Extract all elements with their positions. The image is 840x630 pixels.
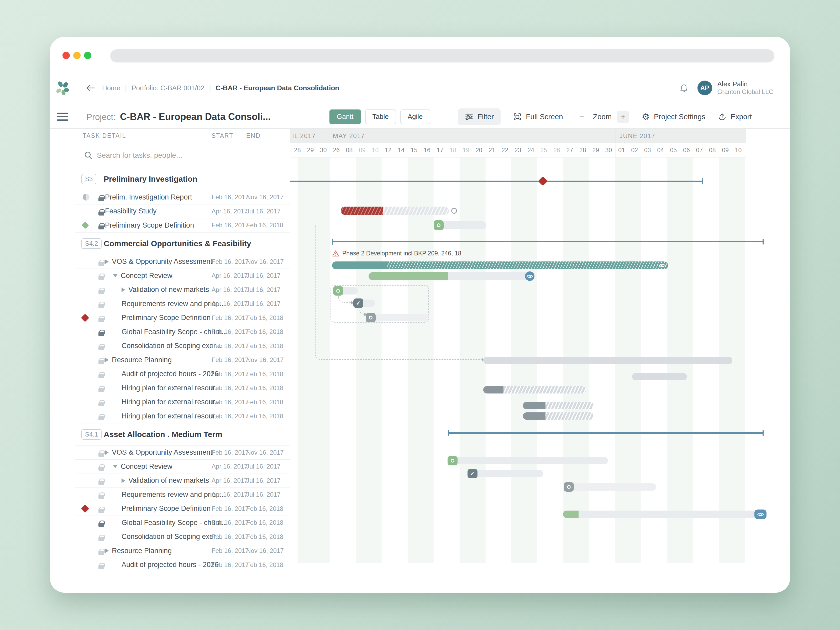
start-date: Feb 16, 2017 <box>212 370 249 378</box>
hamburger-menu-icon[interactable] <box>57 111 68 123</box>
task-row[interactable]: Audit of projected hours - 2026Feb 16, 2… <box>75 367 290 381</box>
caret-right-icon[interactable] <box>105 357 109 362</box>
tab-agile[interactable]: Agile <box>400 109 430 124</box>
task-row[interactable]: Preliminary Scope DefinitionFeb 16, 2017… <box>75 218 290 232</box>
view-tabs: Gantt Table Agile <box>330 109 434 124</box>
scope2-progress-bar[interactable] <box>563 510 766 518</box>
task-row[interactable]: Preliminary Scope DefinitionFeb 16, 2017… <box>75 502 290 516</box>
eye-button[interactable] <box>659 264 665 267</box>
start-date: Feb 16, 2017 <box>212 519 249 526</box>
day-label: 18 <box>450 147 456 154</box>
day-label: 28 <box>579 147 586 154</box>
end-date: Nov 16, 2017 <box>246 356 284 363</box>
task-row[interactable]: Global Feasibility Scope - churn...Feb 1… <box>75 325 290 339</box>
task-row[interactable]: Requirements review and prior...Apr 16, … <box>75 488 290 502</box>
subtask-a-bar[interactable] <box>333 287 358 295</box>
section-row[interactable]: S3Preliminary Investigation <box>75 168 290 190</box>
summary-start-tick <box>448 430 449 436</box>
day-label: 03 <box>644 147 651 154</box>
user-avatar[interactable]: AP <box>698 81 712 95</box>
filter-button[interactable]: Filter <box>458 108 501 125</box>
column-end[interactable]: END <box>246 132 261 139</box>
section-row[interactable]: S4.2Commercial Opportunities & Feasibili… <box>75 232 290 255</box>
subtask-c-bar[interactable] <box>366 314 429 321</box>
notifications-bell-icon[interactable] <box>679 83 688 93</box>
resource-planning-bar[interactable] <box>483 357 733 364</box>
caret-right-icon[interactable] <box>105 450 109 455</box>
eye-badge[interactable] <box>525 272 534 281</box>
zoom-out-button[interactable]: − <box>576 111 588 123</box>
menu-rail <box>50 105 75 128</box>
task-row[interactable]: Validation of new marketsApr 16, 2017Jul… <box>75 283 290 297</box>
address-bar[interactable] <box>110 49 774 63</box>
task-row[interactable]: Hiring plan for external resour...Feb 16… <box>75 395 290 409</box>
task-row[interactable]: Validation of new marketsApr 16, 2017Jul… <box>75 474 290 488</box>
feasibility-bar[interactable] <box>341 207 449 215</box>
task-row[interactable]: Requirements review and prior...Apr 16, … <box>75 297 290 311</box>
s3-summary-line[interactable] <box>290 181 703 182</box>
zoom-in-button[interactable]: + <box>617 111 629 123</box>
tab-gantt[interactable]: Gantt <box>330 109 361 124</box>
audit-hours-bar[interactable] <box>632 373 687 381</box>
caret-right-icon[interactable] <box>105 548 109 553</box>
caret-down-icon[interactable] <box>113 465 118 468</box>
task-row[interactable]: Global Feasibility Scope - churn...Feb 1… <box>75 516 290 530</box>
minimize-window-icon[interactable] <box>73 52 81 59</box>
gantt-chart: IL 2017MAY 2017JUNE 2017 282930260809101… <box>290 129 790 563</box>
concept2-bar[interactable]: ✓ <box>468 470 543 477</box>
hiring-plan-bar-2[interactable] <box>523 402 594 409</box>
task-label: Requirements review and prior... <box>122 491 224 499</box>
end-date: Feb 16, 2018 <box>246 519 283 526</box>
task-label: Resource Planning <box>112 547 172 555</box>
validation2-bar[interactable] <box>564 483 656 491</box>
breadcrumb-portfolio[interactable]: Portfolio: C-BAR 001/02 <box>131 84 204 92</box>
export-button[interactable]: Export <box>718 113 752 121</box>
close-window-icon[interactable] <box>63 52 70 59</box>
task-row[interactable]: Concept ReviewApr 16, 2017Jul 16, 2017 <box>75 269 290 283</box>
subtask-b-bar[interactable]: ✓ <box>354 300 375 307</box>
day-label: 08 <box>709 147 716 154</box>
search-row <box>75 143 290 168</box>
task-row[interactable]: Consolidation of Scoping exer...Feb 16, … <box>75 530 290 544</box>
task-row[interactable]: Hiring plan for external resour...Feb 16… <box>75 381 290 395</box>
task-row[interactable]: VOS & Opportunity AssessmentFeb 16, 2017… <box>75 446 290 460</box>
full-screen-button[interactable]: Full Screen <box>513 113 563 121</box>
caret-right-icon[interactable] <box>105 259 109 264</box>
task-row[interactable]: Prelim. Investigation ReportFeb 16, 2017… <box>75 190 290 204</box>
task-row[interactable]: Resource PlanningFeb 16, 2017Nov 16, 201… <box>75 353 290 367</box>
start-date: Feb 16, 2017 <box>212 314 249 322</box>
hiring-plan-bar-3[interactable] <box>523 412 594 420</box>
s41-summary-line[interactable] <box>448 432 763 434</box>
caret-right-icon[interactable] <box>122 287 125 292</box>
full-screen-icon <box>513 113 522 121</box>
browser-window: Home Portfolio: C-BAR 001/02 C-BAR - Eur… <box>50 37 790 593</box>
back-icon[interactable] <box>86 84 95 92</box>
vos2-bar[interactable] <box>448 457 608 464</box>
task-label: Requirements review and prior... <box>122 300 224 308</box>
column-start[interactable]: START <box>212 132 234 139</box>
breadcrumb-home[interactable]: Home <box>102 84 120 92</box>
caret-right-icon[interactable] <box>122 478 125 483</box>
task-row[interactable]: Consolidation of Scoping exer...Feb 16, … <box>75 339 290 353</box>
project-settings-button[interactable]: ⚙ Project Settings <box>641 112 705 121</box>
section-title: Preliminary Investigation <box>104 175 197 183</box>
eye-badge[interactable] <box>755 510 766 519</box>
task-row[interactable]: Hiring plan for external resour...Feb 16… <box>75 409 290 423</box>
tab-table[interactable]: Table <box>365 109 396 124</box>
hiring-plan-bar-1[interactable] <box>483 386 586 393</box>
task-row[interactable]: Preliminary Scope DefinitionFeb 16, 2017… <box>75 311 290 325</box>
task-row[interactable]: Resource PlanningFeb 16, 2017Nov 16, 201… <box>75 544 290 558</box>
day-label: 07 <box>696 147 703 154</box>
task-row[interactable]: Concept ReviewApr 16, 2017Jul 16, 2017 <box>75 459 290 474</box>
milestone-diamond[interactable] <box>538 177 548 186</box>
task-row[interactable]: Audit of projected hours - 2026Feb 16, 2… <box>75 558 290 572</box>
search-input[interactable] <box>97 143 207 168</box>
caret-down-icon[interactable] <box>113 274 118 278</box>
maximize-window-icon[interactable] <box>84 52 92 59</box>
task-row[interactable]: VOS & Opportunity AssessmentFeb 16, 2017… <box>75 255 290 269</box>
section-row[interactable]: S4.1Asset Allocation . Medium Term <box>75 423 290 446</box>
end-date: Nov 16, 2017 <box>246 449 284 456</box>
assignee-cap <box>448 456 458 466</box>
end-date: Feb 16, 2018 <box>246 221 283 229</box>
task-row[interactable]: Feasibility StudyApr 16, 2017Jul 16, 201… <box>75 204 290 219</box>
